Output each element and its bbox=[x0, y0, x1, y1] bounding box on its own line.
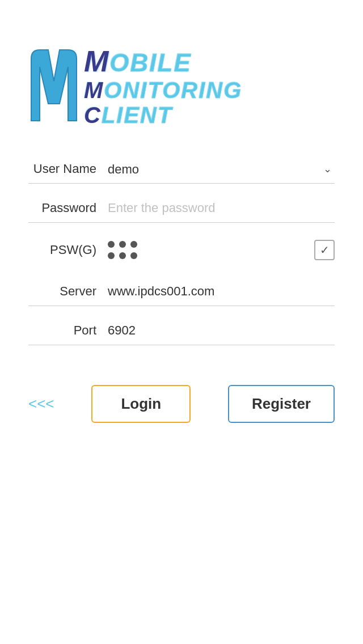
dot-6 bbox=[130, 252, 137, 259]
username-select-wrapper: demo admin user1 ⌄ bbox=[108, 162, 335, 176]
password-input[interactable] bbox=[108, 201, 335, 215]
server-label: Server bbox=[28, 284, 108, 299]
register-button[interactable]: Register bbox=[228, 385, 335, 423]
username-select[interactable]: demo admin user1 bbox=[108, 162, 335, 176]
bottom-section: <<< Login Register bbox=[0, 362, 363, 446]
psw-dots-icon bbox=[108, 241, 137, 259]
logo-title-line2: MONITORING bbox=[84, 78, 242, 103]
dot-4 bbox=[108, 252, 115, 259]
server-input[interactable] bbox=[108, 284, 335, 299]
username-label: User Name bbox=[28, 162, 108, 176]
port-input[interactable] bbox=[108, 323, 335, 338]
dot-1 bbox=[108, 241, 115, 248]
logo-section: MOBILE MONITORING CLIENT bbox=[0, 0, 363, 162]
username-row: User Name demo admin user1 ⌄ bbox=[28, 162, 335, 184]
server-row: Server bbox=[28, 284, 335, 306]
dot-2 bbox=[119, 241, 126, 248]
logo-title-line1: MOBILE bbox=[84, 45, 242, 78]
logo-m-icon bbox=[28, 47, 79, 126]
psw-label: PSW(G) bbox=[28, 243, 108, 257]
psw-checkbox[interactable]: ✓ bbox=[314, 240, 335, 260]
form-section: User Name demo admin user1 ⌄ Password PS… bbox=[0, 162, 363, 345]
dot-3 bbox=[130, 241, 137, 248]
checkmark-icon: ✓ bbox=[320, 244, 330, 256]
port-row: Port bbox=[28, 323, 335, 345]
dot-5 bbox=[119, 252, 126, 259]
password-label: Password bbox=[28, 201, 108, 215]
logo-text: MOBILE MONITORING CLIENT bbox=[84, 45, 242, 128]
back-button[interactable]: <<< bbox=[28, 389, 54, 418]
login-button[interactable]: Login bbox=[91, 385, 191, 423]
logo-title-line3: CLIENT bbox=[84, 103, 242, 128]
psw-row: PSW(G) ✓ bbox=[28, 240, 335, 267]
port-label: Port bbox=[28, 323, 108, 338]
password-row: Password bbox=[28, 201, 335, 223]
